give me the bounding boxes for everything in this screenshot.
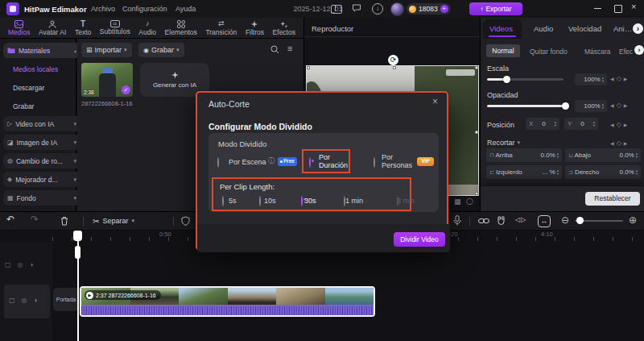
download-icon[interactable]: ↓ bbox=[372, 3, 383, 15]
ratio-icon[interactable]: ▦ bbox=[454, 198, 461, 206]
pos-x-box[interactable]: X 0 ▴▾ bbox=[526, 118, 559, 130]
radio-3min-label[interactable]: 3 min bbox=[397, 197, 415, 205]
opacidad-keyframe-controls[interactable]: ◀◇▶ bbox=[610, 102, 627, 109]
split-button[interactable]: ✂ Separar ▾ bbox=[93, 214, 134, 227]
tabs-more-icon[interactable]: › bbox=[633, 23, 643, 34]
credits-pill[interactable]: 18083 + bbox=[407, 3, 451, 15]
radio-5s-label[interactable]: 5s bbox=[229, 197, 237, 205]
escala-stepper[interactable]: ▴▾ bbox=[602, 77, 604, 82]
mirror-icon[interactable]: ◁▷ bbox=[515, 217, 526, 223]
track-lock-icon[interactable]: ▢ bbox=[9, 297, 15, 304]
recortar-header[interactable]: Recortar ▾ bbox=[487, 139, 520, 147]
restablecer-button[interactable]: Restablecer bbox=[585, 192, 640, 206]
media-thumbnail[interactable]: 2:38 ✓ bbox=[81, 63, 133, 97]
tab-velocidad[interactable]: Velocidad bbox=[568, 24, 601, 33]
radio-5s[interactable] bbox=[222, 196, 224, 206]
playhead-grip[interactable] bbox=[75, 246, 80, 259]
fit-timeline-icon[interactable]: ↔ bbox=[538, 215, 551, 227]
radio-10s[interactable] bbox=[259, 196, 261, 206]
opacidad-stepper[interactable]: ▴▾ bbox=[602, 103, 604, 109]
zoom-in-icon[interactable]: ⊕ bbox=[629, 215, 637, 225]
maximize-button[interactable] bbox=[614, 5, 622, 13]
recortar-keyframe-controls[interactable]: ◀◇▶ bbox=[610, 139, 627, 147]
crop-izquierdo-stepper[interactable]: ▴▾ bbox=[557, 169, 559, 175]
crop-arriba-box[interactable]: ⊓ Arriba 0.0% ▴▾ bbox=[486, 148, 562, 162]
menu-archivo[interactable]: Archivo bbox=[91, 5, 115, 13]
pos-x-stepper[interactable]: ▴▾ bbox=[555, 121, 556, 127]
selection-handle[interactable] bbox=[475, 131, 478, 134]
radio-por-duracion[interactable] bbox=[309, 157, 311, 168]
selection-handle[interactable] bbox=[475, 66, 478, 69]
escala-keyframe-controls[interactable]: ◀◇▶ bbox=[610, 75, 627, 82]
tab-filtros[interactable]: Filtros bbox=[246, 20, 264, 36]
radio-30s-label[interactable]: 30s bbox=[304, 197, 316, 205]
pos-y-stepper[interactable]: ▴▾ bbox=[593, 121, 595, 127]
tab-videos[interactable]: Videos bbox=[489, 24, 513, 33]
tab-texto[interactable]: T Texto bbox=[75, 20, 91, 36]
radio-por-duracion-label[interactable]: Por Duración bbox=[319, 153, 348, 169]
tab-audio[interactable]: Audio bbox=[534, 24, 553, 33]
zoom-out-icon[interactable]: ⊖ bbox=[561, 215, 569, 225]
menu-ayuda[interactable]: Ayuda bbox=[175, 5, 196, 13]
selection-handle[interactable] bbox=[307, 66, 310, 69]
subtabs-more-icon[interactable]: › bbox=[634, 45, 644, 55]
redo-icon[interactable]: ↷ bbox=[31, 214, 39, 224]
track-lock-icon[interactable]: ▢ bbox=[5, 261, 11, 268]
undo-icon[interactable]: ↶ bbox=[6, 214, 14, 224]
export-button[interactable]: ↑ Exportar bbox=[469, 2, 522, 15]
preview-quality-icon[interactable]: ◯ bbox=[466, 198, 473, 205]
sidebar-item-mejorador[interactable]: ◈ Mejorador d... ▾ bbox=[3, 172, 80, 187]
tab-transicion[interactable]: ⇄ Transición bbox=[205, 20, 237, 36]
dialog-close-icon[interactable]: × bbox=[432, 97, 438, 106]
dividir-video-button[interactable]: Dividir Video bbox=[394, 232, 445, 247]
radio-por-escena[interactable] bbox=[217, 157, 219, 168]
avatar[interactable] bbox=[390, 2, 404, 16]
radio-1min-label[interactable]: 1 min bbox=[345, 197, 363, 205]
escala-slider[interactable] bbox=[487, 78, 564, 81]
radio-por-personas-label[interactable]: Por Personas bbox=[382, 153, 412, 169]
sidebar-item-medios-locales[interactable]: Medios locales bbox=[13, 65, 58, 73]
sidebar-item-cambio-rostro[interactable]: ◍ Cambio de ro... ▾ bbox=[3, 153, 80, 168]
sidebar-item-descargar[interactable]: Descargar bbox=[13, 84, 44, 92]
playhead-head[interactable] bbox=[73, 231, 82, 241]
radio-30s[interactable] bbox=[301, 196, 303, 206]
delete-icon[interactable] bbox=[60, 216, 68, 226]
subtab-mascara[interactable]: Máscara bbox=[584, 48, 611, 56]
sidebar-item-video-ia[interactable]: ▷ Video con IA ▾ bbox=[3, 116, 80, 131]
sort-icon[interactable]: ≡ bbox=[287, 44, 292, 53]
posicion-keyframe-controls[interactable]: ◀◇▶ bbox=[610, 121, 627, 128]
search-icon[interactable] bbox=[270, 45, 279, 54]
timeline-zoom-handle[interactable] bbox=[576, 217, 584, 224]
magnet-snap-icon[interactable] bbox=[497, 216, 506, 226]
track-mute-icon[interactable]: ◑ bbox=[34, 297, 38, 304]
selection-handle[interactable] bbox=[393, 66, 396, 69]
tab-medios[interactable]: Medios bbox=[8, 20, 30, 36]
subtab-normal[interactable]: Normal bbox=[486, 44, 520, 57]
opacidad-slider-handle[interactable] bbox=[562, 102, 569, 110]
crop-abajo-stepper[interactable]: ▴▾ bbox=[636, 152, 638, 158]
opacidad-value-box[interactable]: 100% ▴▾ bbox=[575, 100, 607, 112]
crop-arriba-stepper[interactable]: ▴▾ bbox=[557, 152, 559, 158]
track-visibility-icon[interactable]: ◎ bbox=[18, 261, 23, 268]
pos-y-box[interactable]: Y 0 ▴▾ bbox=[564, 118, 598, 130]
sidebar-item-imagen-ia[interactable]: ◪ Imagen de IA ▾ bbox=[3, 135, 80, 150]
tab-efectos[interactable]: Efectos bbox=[273, 20, 295, 36]
close-button[interactable]: × bbox=[631, 2, 636, 11]
voiceover-mic-icon[interactable] bbox=[453, 215, 461, 226]
subtab-quitar-fondo[interactable]: Quitar fondo bbox=[530, 48, 568, 56]
sidebar-item-fondo[interactable]: ▦ Fondo ▾ bbox=[3, 190, 80, 206]
opacidad-slider[interactable] bbox=[487, 105, 568, 107]
rotate-handle-icon[interactable]: ⟳ bbox=[388, 55, 398, 65]
add-credits-icon[interactable]: + bbox=[440, 5, 448, 13]
crop-izquierdo-box[interactable]: ⊏ Izquierdo ... % ▴▾ bbox=[486, 165, 562, 179]
track-visibility-icon[interactable]: ◎ bbox=[22, 297, 27, 304]
radio-por-escena-label[interactable]: Por Escena bbox=[229, 158, 266, 166]
escala-slider-handle[interactable] bbox=[503, 76, 510, 83]
escala-value-box[interactable]: 100% ▴▾ bbox=[575, 73, 607, 85]
radio-10s-label[interactable]: 10s bbox=[264, 197, 276, 205]
layout-icon[interactable] bbox=[331, 5, 342, 14]
link-clips-icon[interactable] bbox=[478, 218, 489, 224]
menu-configuracion[interactable]: Configuración bbox=[122, 5, 167, 13]
subtab-efectos[interactable]: Efec bbox=[619, 48, 633, 56]
minimize-button[interactable] bbox=[594, 8, 601, 9]
